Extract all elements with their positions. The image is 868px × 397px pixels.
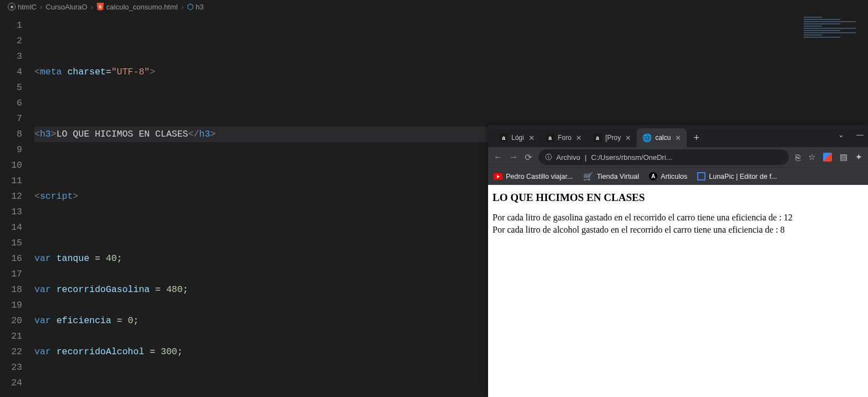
globe-icon: 🌐 [642,133,652,142]
breadcrumb: htmlC › CursoAluraO › 5 calculo_consumo.… [0,0,868,13]
browser-page-content: LO QUE HICIMOS EN CLASES Por cada litro … [488,185,868,397]
address-bar[interactable]: ⓘ Archivo | C:/Users/rbnsm/OneDri... [539,149,789,165]
close-icon[interactable]: ✕ [529,134,535,142]
tab-label: Lógi [511,134,524,142]
reader-icon[interactable]: ▤ [840,152,847,162]
address-scheme: Archivo [556,153,580,162]
angular-icon: A [649,172,657,180]
favicon-icon: a [593,133,602,142]
line-number-gutter: 1234 5678 9101112 13141516 17181920 2122… [0,18,34,397]
info-icon: ⓘ [545,153,552,162]
chevron-right-icon: › [90,3,93,11]
browser-window: a Lógi ✕ a Foro ✕ a [Proy ✕ 🌐 calcu ✕ + … [488,125,868,397]
breadcrumb-folder[interactable]: CursoAluraO [45,3,87,11]
page-text-line: Por cada litro de gasolina gastado en el… [493,212,864,224]
breadcrumb-symbol[interactable]: h3 [196,3,204,11]
bookmark-item[interactable]: Pedro Castillo viajar... [494,173,573,180]
browser-tab[interactable]: a Lógi ✕ [494,128,540,147]
browser-tab-strip: a Lógi ✕ a Foro ✕ a [Proy ✕ 🌐 calcu ✕ + … [488,125,868,147]
browser-toolbar: ← → ⟳ ⓘ Archivo | C:/Users/rbnsm/OneDri.… [488,147,868,167]
close-icon[interactable]: ✕ [576,134,582,142]
favicon-icon: a [546,133,555,142]
minimize-icon[interactable]: — [856,130,864,139]
html5-icon: 5 [97,3,104,11]
extensions-icon[interactable]: ✦ [855,152,862,162]
bookmark-label: Articulos [661,173,687,180]
tag-meta: meta [40,67,62,77]
minimap[interactable] [804,17,865,61]
chevron-right-icon: › [181,3,183,11]
breadcrumb-file[interactable]: calculo_consumo.html [106,3,178,11]
tab-label: calcu [655,134,671,142]
reload-button[interactable]: ⟳ [525,152,532,163]
bookmark-item[interactable]: LunaPic | Editor de f... [697,172,777,180]
bookmark-item[interactable]: A Articulos [649,172,687,180]
back-button[interactable]: ← [494,152,502,162]
translate-icon[interactable] [823,153,832,162]
symbol-icon: ⬡ [187,2,194,11]
bookmark-label: Tienda Virtual [597,173,639,180]
tab-label: [Proy [605,134,621,142]
breadcrumb-folder[interactable]: htmlC [18,3,37,11]
close-icon[interactable]: ✕ [625,134,631,142]
forward-button[interactable]: → [509,152,518,162]
new-tab-button[interactable]: + [687,129,706,147]
browser-tab[interactable]: a Foro ✕ [540,128,588,147]
address-path: C:/Users/rbnsm/OneDri... [591,153,672,162]
lunapic-icon [697,172,705,180]
close-icon[interactable]: ✕ [675,134,681,142]
tab-overflow-icon[interactable]: ⌄ [838,130,844,139]
favicon-icon: a [499,133,508,142]
bookmark-label: LunaPic | Editor de f... [709,173,777,180]
bookmarks-bar: Pedro Castillo viajar... 🛒 Tienda Virtua… [488,167,868,185]
page-heading: LO QUE HICIMOS EN CLASES [493,192,864,204]
record-icon [8,3,16,11]
browser-tab[interactable]: a [Proy ✕ [587,128,637,147]
tab-label: Foro [558,134,572,142]
cart-icon: 🛒 [583,172,593,182]
chevron-right-icon: › [40,3,42,11]
youtube-icon [494,173,502,180]
bookmark-item[interactable]: 🛒 Tienda Virtual [583,172,639,182]
browser-tab-active[interactable]: 🌐 calcu ✕ [637,128,687,147]
page-text-line: Por cada litro de alcohol gastado en el … [493,224,864,236]
share-icon[interactable]: ⎘ [795,153,800,162]
bookmark-star-icon[interactable]: ☆ [808,152,815,162]
bookmark-label: Pedro Castillo viajar... [506,173,573,180]
